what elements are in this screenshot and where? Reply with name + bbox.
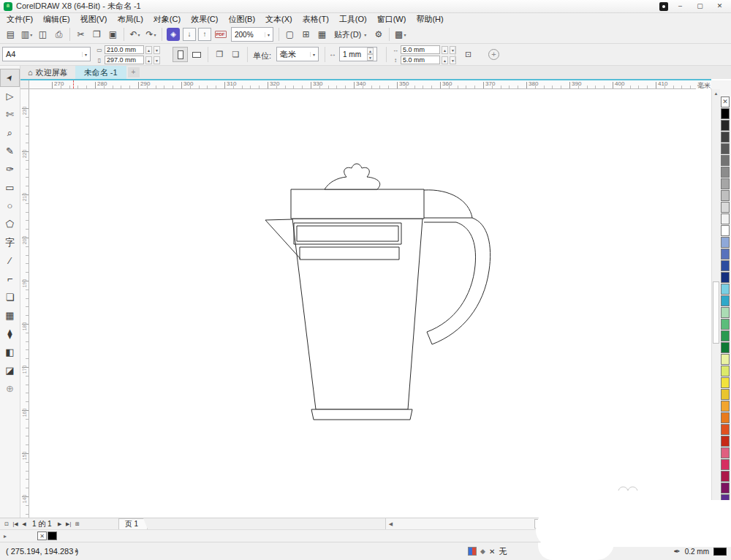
horizontal-ruler[interactable]: 毫米 2702802903003103203303403503603703803… (29, 80, 711, 89)
minimize-button[interactable]: – (673, 1, 688, 11)
color-eyedropper-tool[interactable]: ⧫ (0, 325, 20, 343)
color-swatch-11[interactable] (721, 237, 730, 248)
previous-page-button[interactable]: ◀ (20, 521, 29, 527)
quick-customize-button[interactable]: + (488, 49, 499, 60)
color-swatch-24[interactable] (721, 389, 730, 400)
color-swatch-26[interactable] (721, 412, 730, 423)
add-page-button[interactable]: ⊞ (73, 521, 82, 527)
page-width-input[interactable]: 210.0 mm (105, 45, 144, 54)
color-swatch-22[interactable] (721, 366, 730, 377)
nudge-stepper-up[interactable]: ▲ (367, 48, 374, 54)
rectangle-tool[interactable]: ▭ (0, 178, 20, 197)
height-stepper-up[interactable]: ▲ (145, 56, 152, 64)
menu-item-5[interactable]: 效果(C) (186, 13, 223, 26)
import-icon[interactable]: ↓ (183, 28, 196, 41)
publish-pdf-icon[interactable]: PDF (213, 27, 228, 42)
no-color-swatch[interactable]: ✕ (37, 531, 47, 540)
search-content-icon[interactable]: ◈ (167, 28, 180, 41)
color-swatch-27[interactable] (721, 424, 730, 435)
options-icon[interactable]: ⚙ (371, 27, 386, 42)
menu-item-9[interactable]: 工具(O) (334, 13, 372, 26)
maximize-button[interactable]: ▢ (692, 1, 708, 11)
text-tool[interactable]: 字 (0, 233, 20, 251)
smart-fill-tool[interactable]: ◪ (0, 361, 20, 379)
close-button[interactable]: ✕ (712, 1, 727, 11)
menu-item-7[interactable]: 文本(X) (260, 13, 298, 26)
black-swatch[interactable] (48, 531, 57, 540)
first-page-button[interactable]: |◀ (11, 521, 20, 527)
color-swatch-23[interactable] (721, 377, 730, 388)
zoom-tool[interactable]: ⌕ (0, 124, 20, 142)
undo-icon[interactable]: ↶▾ (127, 27, 143, 42)
current-page-button[interactable]: ❏ (228, 47, 243, 62)
duplicate-y-input[interactable]: 5.0 mm (401, 56, 440, 64)
save-icon[interactable]: ◫ (35, 27, 50, 42)
drawing-canvas[interactable] (29, 89, 711, 518)
more-tools-button[interactable]: ⊕ (0, 379, 20, 398)
vertical-ruler[interactable]: 230220210200190180170160150140 (20, 89, 29, 518)
width-stepper-down[interactable]: ▼ (154, 46, 160, 54)
drop-shadow-tool[interactable]: ❏ (0, 288, 20, 306)
dup-y-stepper-up[interactable]: ▲ (442, 56, 448, 64)
dup-x-stepper-up[interactable]: ▲ (442, 46, 448, 54)
scroll-up-arrow[interactable]: ▲ (712, 89, 720, 98)
active-document-tab[interactable]: 未命名 -1 (75, 66, 126, 79)
color-swatch-14[interactable] (721, 272, 730, 283)
color-swatch-8[interactable] (721, 202, 730, 213)
page-settings-button[interactable]: ⊡ (461, 47, 476, 62)
color-swatch-1[interactable] (721, 120, 730, 131)
color-swatch-17[interactable] (721, 307, 730, 318)
kettle-handle-ring[interactable] (424, 218, 491, 344)
width-stepper-up[interactable]: ▲ (145, 46, 152, 54)
color-swatch-28[interactable] (721, 436, 730, 447)
color-swatch-10[interactable] (721, 225, 730, 236)
kettle-knob[interactable] (325, 164, 380, 189)
color-swatch-25[interactable] (721, 401, 730, 412)
color-swatch-5[interactable] (721, 167, 730, 178)
chevron-down-icon[interactable]: ▾ (265, 32, 270, 37)
menu-item-2[interactable]: 视图(V) (75, 13, 113, 26)
color-swatch-21[interactable] (721, 354, 730, 365)
color-swatch-3[interactable] (721, 143, 730, 154)
copy-icon[interactable]: ❐ (89, 27, 105, 42)
crop-tool[interactable]: ✄ (0, 105, 20, 124)
color-swatch-4[interactable] (721, 155, 730, 166)
redo-icon[interactable]: ↷▾ (143, 27, 159, 42)
show-rulers-icon[interactable]: ⊞ (298, 27, 314, 42)
kettle-lid[interactable] (291, 189, 424, 219)
color-swatch-0[interactable] (721, 108, 730, 119)
nudge-distance-input[interactable]: 1 mm ▲ ▼ (339, 47, 377, 61)
color-swatch-20[interactable] (721, 342, 730, 353)
color-swatch-13[interactable] (721, 260, 730, 271)
all-pages-button[interactable]: ❐ (212, 47, 227, 62)
color-swatch-7[interactable] (721, 190, 730, 201)
show-grid-icon[interactable]: ▦ (314, 27, 330, 42)
units-combo[interactable]: 毫米 ▾ (276, 47, 319, 61)
color-swatch-6[interactable] (721, 178, 730, 189)
color-swatch-2[interactable] (721, 132, 730, 143)
color-swatch-18[interactable] (721, 319, 730, 330)
full-screen-preview-icon[interactable]: ▢ (282, 27, 298, 42)
paste-icon[interactable]: ▣ (105, 27, 121, 42)
scroll-left-arrow[interactable]: ◀ (386, 521, 395, 527)
nudge-stepper-down[interactable]: ▼ (367, 54, 374, 61)
menu-item-6[interactable]: 位图(B) (223, 13, 260, 26)
page-sorter-button[interactable]: ⊡ (2, 521, 11, 527)
color-swatch-15[interactable] (721, 284, 730, 295)
ruler-origin-corner[interactable] (20, 80, 29, 89)
kettle-base[interactable] (311, 409, 412, 420)
menu-item-10[interactable]: 窗口(W) (372, 13, 412, 26)
menu-item-3[interactable]: 布局(L) (112, 13, 148, 26)
menu-item-11[interactable]: 帮助(H) (411, 13, 448, 26)
artistic-media-tool[interactable]: ✑ (0, 160, 20, 178)
page-height-input[interactable]: 297.0 mm (105, 56, 144, 64)
vertical-scrollbar-thumb[interactable] (713, 281, 719, 344)
color-swatch-19[interactable] (721, 330, 730, 341)
chevron-down-icon[interactable]: ▾ (82, 52, 87, 57)
interactive-fill-tool[interactable]: ◧ (0, 343, 20, 361)
welcome-screen-tab[interactable]: ⌂ 欢迎屏幕 (20, 66, 75, 79)
open-icon[interactable]: ▥▾ (19, 27, 34, 42)
dimension-tool[interactable]: ∕ (0, 251, 20, 270)
freehand-tool[interactable]: ✎ (0, 142, 20, 160)
color-swatch-12[interactable] (721, 249, 730, 260)
